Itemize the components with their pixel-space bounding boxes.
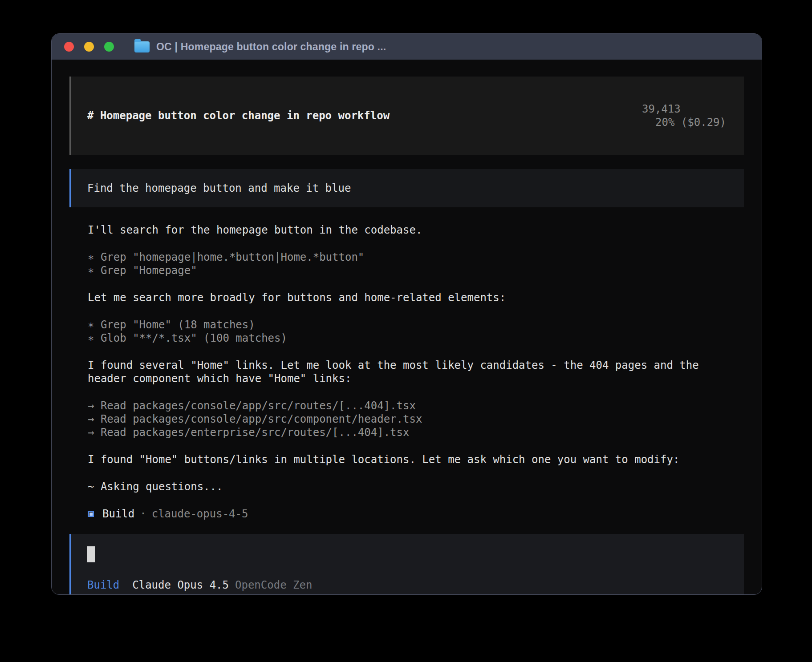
tool-call-read: → Read packages/enterprise/src/routes/[.… (88, 426, 727, 439)
assistant-transcript: I'll search for the homepage button in t… (88, 223, 727, 521)
tool-call-group: ∗ Grep "homepage|home.*button|Home.*butt… (88, 250, 727, 277)
user-message-text: Find the homepage button and make it blu… (87, 182, 351, 194)
assistant-text: Let me search more broadly for buttons a… (88, 291, 727, 304)
titlebar[interactable]: OC | Homepage button color change in rep… (52, 34, 762, 60)
window-title: OC | Homepage button color change in rep… (156, 41, 386, 53)
tool-call-grep: ∗ Grep "Home" (18 matches) (88, 318, 727, 331)
assistant-text: I found "Home" buttons/links in multiple… (88, 453, 727, 466)
minimize-button[interactable] (84, 42, 94, 52)
token-count: 39,413 (642, 103, 681, 115)
status-message: ~ Asking questions... (88, 480, 727, 493)
context-cost: 20% ($0.29) (655, 116, 726, 129)
mode-label: Build (87, 578, 119, 592)
session-header: # Homepage button color change in repo w… (69, 77, 744, 155)
prompt-input[interactable]: Build Claude Opus 4.5 OpenCode Zen (69, 534, 744, 595)
input-meta: Build Claude Opus 4.5 OpenCode Zen (87, 578, 726, 592)
user-message: Find the homepage button and make it blu… (69, 169, 744, 207)
traffic-lights (64, 42, 114, 52)
text-cursor (87, 546, 95, 562)
agent-status-row: Build · claude-opus-4-5 (88, 507, 727, 521)
zoom-button[interactable] (104, 42, 114, 52)
agent-model: claude-opus-4-5 (152, 507, 248, 521)
tool-call-group: ∗ Grep "Home" (18 matches) ∗ Glob "**/*.… (88, 318, 727, 345)
terminal-content: # Homepage button color change in repo w… (52, 60, 762, 595)
agent-build-icon (88, 511, 94, 517)
agent-name: Build (102, 507, 134, 521)
session-stats: 39,413 20% ($0.29) (590, 89, 726, 142)
session-title: # Homepage button color change in repo w… (87, 109, 390, 122)
assistant-text: I'll search for the homepage button in t… (88, 223, 727, 237)
agent-separator: · (140, 507, 146, 521)
tool-call-grep: ∗ Grep "Homepage" (88, 264, 727, 277)
tool-call-read: → Read packages/console/app/src/routes/[… (88, 399, 727, 412)
tool-call-glob: ∗ Glob "**/*.tsx" (100 matches) (88, 331, 727, 345)
provider-label: OpenCode Zen (235, 578, 312, 592)
assistant-text: I found several "Home" links. Let me loo… (88, 359, 727, 385)
folder-icon (134, 41, 150, 52)
tool-call-read: → Read packages/console/app/src/componen… (88, 412, 727, 426)
model-label: Claude Opus 4.5 (132, 578, 229, 592)
tool-call-group: → Read packages/console/app/src/routes/[… (88, 399, 727, 439)
tool-call-grep: ∗ Grep "homepage|home.*button|Home.*butt… (88, 250, 727, 264)
terminal-window: OC | Homepage button color change in rep… (51, 33, 762, 595)
close-button[interactable] (64, 42, 74, 52)
